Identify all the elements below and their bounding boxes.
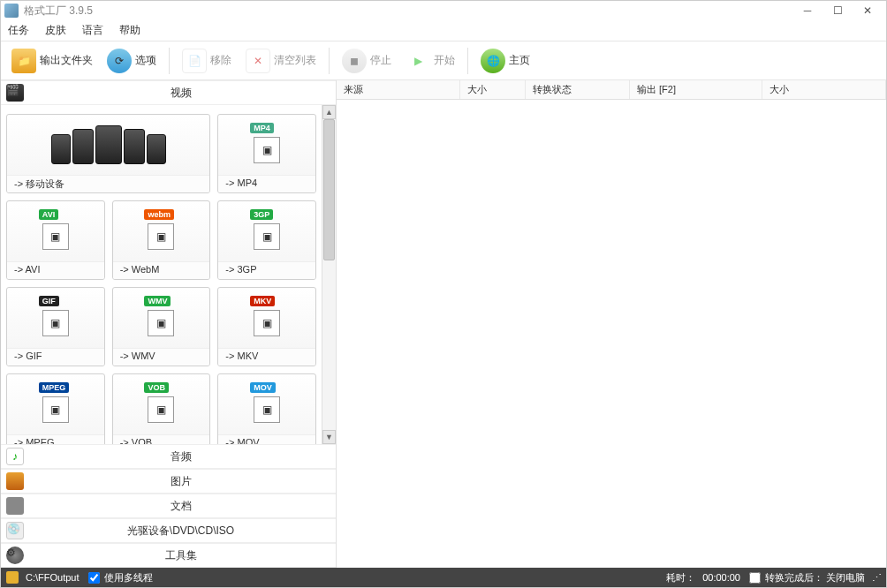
format-tile-webm[interactable]: webm▣-> WebM <box>112 200 211 280</box>
folder-icon: 📁 <box>11 49 36 73</box>
clear-list-label: 清空列表 <box>274 53 316 68</box>
format-badge: GIF <box>39 296 59 306</box>
format-tile-mpeg[interactable]: MPEG▣-> MPEG <box>6 373 105 444</box>
audio-category-icon: ♪ <box>6 448 24 465</box>
col-output[interactable]: 输出 [F2] <box>630 80 762 99</box>
format-tile-image: MPEG▣ <box>7 374 104 434</box>
format-badge: WMV <box>144 296 171 306</box>
format-tile-wmv[interactable]: WMV▣-> WMV <box>112 287 211 366</box>
home-label: 主页 <box>509 53 530 68</box>
format-tile-avi[interactable]: AVI▣-> AVI <box>6 200 105 280</box>
category-document[interactable]: 文档 <box>1 494 336 518</box>
close-button[interactable]: ✕ <box>853 2 883 19</box>
category-image-label: 图片 <box>31 474 330 489</box>
start-button[interactable]: ▶ 开始 <box>400 45 460 77</box>
elapsed-time: 00:00:00 <box>702 572 740 583</box>
multithread-label: 使用多线程 <box>104 571 153 584</box>
video-category-icon: 🎬 <box>6 84 24 102</box>
options-label: 选项 <box>135 53 156 68</box>
format-tile-[interactable]: -> 移动设备 <box>6 114 210 193</box>
format-file-icon: ▣ <box>254 223 280 250</box>
output-path[interactable]: C:\FFOutput <box>26 572 80 583</box>
format-tile-label: -> VOB <box>113 434 210 444</box>
menu-help[interactable]: 帮助 <box>119 23 140 38</box>
format-tile-vob[interactable]: VOB▣-> VOB <box>112 373 211 444</box>
scroll-down-button[interactable]: ▼ <box>322 430 336 444</box>
category-audio-label: 音频 <box>31 449 330 464</box>
start-label: 开始 <box>434 53 455 68</box>
options-button[interactable]: ⟳ 选项 <box>102 45 162 77</box>
after-conversion-toggle[interactable]: 转换完成后： 关闭电脑 <box>747 571 865 584</box>
format-tile-label: -> AVI <box>7 261 104 279</box>
stop-button[interactable]: ◼ 停止 <box>337 45 397 77</box>
format-tile-3gp[interactable]: 3GP▣-> 3GP <box>217 200 316 280</box>
format-file-icon: ▣ <box>254 310 280 336</box>
menu-lang[interactable]: 语言 <box>82 23 103 38</box>
format-grid: -> 移动设备MP4▣-> MP4AVI▣-> AVIwebm▣-> WebM3… <box>1 105 322 444</box>
after-conversion-action: 关闭电脑 <box>826 571 865 584</box>
format-badge: MOV <box>250 382 276 393</box>
status-folder-icon[interactable] <box>6 571 19 584</box>
category-tools[interactable]: ⚙ 工具集 <box>1 543 336 568</box>
after-conversion-checkbox[interactable] <box>749 572 761 584</box>
menu-skin[interactable]: 皮肤 <box>45 23 66 38</box>
category-document-label: 文档 <box>31 499 330 514</box>
grid-scrollbar[interactable]: ▲ ▼ <box>322 105 336 444</box>
format-tile-label: -> MP4 <box>218 175 315 192</box>
col-source[interactable]: 来源 <box>337 80 460 99</box>
format-tile-label: -> MKV <box>218 348 315 366</box>
format-tile-image: MOV▣ <box>218 374 315 434</box>
format-tile-image <box>7 115 209 175</box>
category-image[interactable]: 图片 <box>1 469 336 494</box>
output-folder-label: 输出文件夹 <box>40 53 93 68</box>
resize-grip[interactable]: ⋰ <box>872 572 881 584</box>
format-badge: MPEG <box>39 382 70 393</box>
multithread-toggle[interactable]: 使用多线程 <box>87 571 153 584</box>
category-tools-label: 工具集 <box>31 548 330 563</box>
col-status[interactable]: 转换状态 <box>526 80 630 99</box>
remove-button[interactable]: 📄 移除 <box>177 45 237 77</box>
menu-task[interactable]: 任务 <box>8 23 29 38</box>
clear-list-button[interactable]: ✕ 清空列表 <box>240 45 322 77</box>
format-file-icon: ▣ <box>42 223 69 250</box>
format-file-icon: ▣ <box>254 137 280 163</box>
stop-label: 停止 <box>370 53 391 68</box>
remove-label: 移除 <box>210 53 231 68</box>
format-badge: AVI <box>39 209 58 220</box>
format-file-icon: ▣ <box>254 396 280 423</box>
right-panel: 来源 大小 转换状态 输出 [F2] 大小 <box>337 80 886 568</box>
col-size2[interactable]: 大小 <box>762 80 886 99</box>
scroll-up-button[interactable]: ▲ <box>322 105 336 119</box>
format-tile-image: GIF▣ <box>7 288 104 348</box>
format-tile-mov[interactable]: MOV▣-> MOV <box>217 373 316 444</box>
format-tile-image: MP4▣ <box>218 115 315 175</box>
format-tile-image: webm▣ <box>113 201 210 261</box>
category-drive-label: 光驱设备\DVD\CD\ISO <box>31 524 330 539</box>
maximize-button[interactable]: ☐ <box>823 2 853 19</box>
output-folder-button[interactable]: 📁 输出文件夹 <box>6 45 98 77</box>
format-file-icon: ▣ <box>148 223 174 250</box>
multithread-checkbox[interactable] <box>88 572 100 584</box>
minimize-button[interactable]: ─ <box>792 2 823 19</box>
col-size[interactable]: 大小 <box>460 80 526 99</box>
category-audio[interactable]: ♪ 音频 <box>1 444 336 469</box>
options-icon: ⟳ <box>107 49 132 73</box>
format-tile-mkv[interactable]: MKV▣-> MKV <box>217 287 316 366</box>
category-video[interactable]: 🎬 视频 <box>1 80 336 105</box>
category-video-label: 视频 <box>31 86 330 101</box>
clear-icon: ✕ <box>246 49 270 73</box>
format-tile-mp4[interactable]: MP4▣-> MP4 <box>217 114 316 193</box>
format-tile-image: 3GP▣ <box>218 201 315 261</box>
scroll-thumb[interactable] <box>323 119 335 260</box>
format-tile-gif[interactable]: GIF▣-> GIF <box>6 287 105 366</box>
format-file-icon: ▣ <box>148 310 174 336</box>
format-tile-label: -> MOV <box>218 434 315 444</box>
image-category-icon <box>6 472 24 490</box>
format-tile-image: MKV▣ <box>218 288 315 348</box>
home-button[interactable]: 🌐 主页 <box>475 45 535 77</box>
task-list-body[interactable] <box>337 100 886 568</box>
format-tile-image: VOB▣ <box>113 374 210 434</box>
titlebar: 格式工厂 3.9.5 ─ ☐ ✕ <box>1 1 886 20</box>
format-tile-label: -> 移动设备 <box>7 175 209 192</box>
category-drive[interactable]: 💿 光驱设备\DVD\CD\ISO <box>1 518 336 543</box>
